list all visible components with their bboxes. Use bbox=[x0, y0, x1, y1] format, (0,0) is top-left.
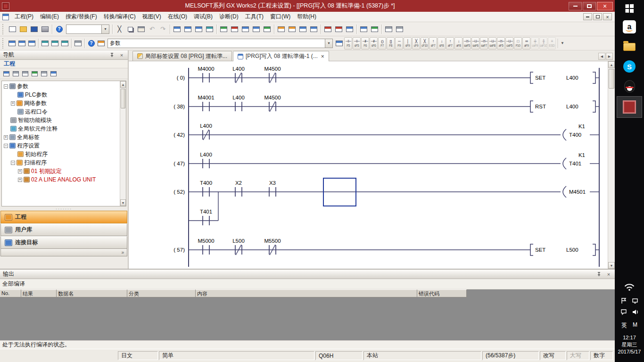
nav-overflow-bar[interactable]: » bbox=[0, 249, 127, 256]
menu-item-1[interactable]: 工程(P) bbox=[11, 11, 37, 22]
menu-item-10[interactable]: 窗口(W) bbox=[267, 11, 294, 22]
tree-item-2[interactable]: +网络参数 bbox=[2, 99, 120, 107]
tree-item-1[interactable]: PLC参数 bbox=[2, 90, 120, 99]
taskbar-skype[interactable]: S bbox=[617, 57, 642, 76]
project-data-list-button[interactable] bbox=[7, 38, 17, 49]
device-display-button[interactable] bbox=[334, 38, 344, 49]
tree-item-9[interactable]: −扫描程序 bbox=[2, 158, 120, 167]
ladder-rung-step-42[interactable]: ( 42)L400T400K1 bbox=[173, 123, 599, 140]
taskbar-clock[interactable]: 12:17 星期三 2017/5/17 bbox=[618, 334, 641, 355]
wifi-icon[interactable] bbox=[624, 284, 635, 292]
note-button[interactable] bbox=[333, 24, 344, 35]
start-button[interactable] bbox=[617, 0, 642, 17]
ladder-tool-F5[interactable]: ⊣ ⊢F5 bbox=[344, 37, 352, 49]
close-panel-icon[interactable]: × bbox=[118, 52, 125, 58]
scroll-up-icon[interactable]: ▲ bbox=[120, 81, 126, 88]
build-button[interactable] bbox=[369, 24, 380, 35]
network-icon[interactable] bbox=[632, 297, 638, 305]
print-button[interactable] bbox=[40, 24, 50, 35]
tab-prg-write[interactable]: [PRG]写入 08 運転準備-1 (... × bbox=[233, 51, 329, 61]
toolbar-overflow-icon[interactable]: ▼ bbox=[561, 41, 564, 45]
minimize-button[interactable] bbox=[569, 2, 582, 10]
find-2-button[interactable] bbox=[96, 38, 106, 49]
ladder-rung-step-38[interactable]: ( 38)M4001L400M4500RSTL400 bbox=[173, 95, 599, 112]
child-restore-button[interactable] bbox=[593, 13, 602, 20]
tab-scroll-left-icon[interactable]: ◀ bbox=[598, 53, 605, 60]
output-table-body[interactable] bbox=[0, 297, 615, 340]
write-to-plc-button[interactable] bbox=[172, 24, 182, 35]
nav-copy-item-button[interactable] bbox=[11, 69, 20, 78]
taskbar-amazon[interactable]: a bbox=[617, 17, 642, 37]
output-column-1[interactable]: 结果 bbox=[21, 289, 57, 297]
device-batch-monitor-button[interactable] bbox=[240, 24, 251, 35]
ladder-tool-saF8[interactable]: ⊣↓⊢saF8 bbox=[488, 37, 496, 49]
tree-item-3[interactable]: 远程口令 bbox=[2, 107, 120, 116]
scroll-down-icon[interactable]: ▼ bbox=[608, 262, 615, 269]
tree-expand-icon[interactable]: − bbox=[4, 84, 8, 89]
tree-item-5[interactable]: 全局软元件注释 bbox=[2, 124, 120, 133]
options-button[interactable] bbox=[73, 38, 83, 49]
pin-icon[interactable] bbox=[596, 271, 603, 278]
menu-item-7[interactable]: 调试(B) bbox=[190, 11, 216, 22]
ladder-tool-saF6[interactable]: ⊣↓⊢saF6 bbox=[471, 37, 479, 49]
toolbar-drag-handle[interactable] bbox=[2, 38, 5, 49]
save-project-button[interactable] bbox=[29, 24, 40, 35]
comment-display-button[interactable] bbox=[383, 24, 394, 35]
cross-reference-button[interactable] bbox=[297, 24, 308, 35]
scroll-track[interactable] bbox=[608, 68, 615, 262]
nav-sort-button[interactable] bbox=[40, 69, 49, 78]
ladder-rung-step-0[interactable]: ( 0)M4000L400M4500SETL400 bbox=[177, 66, 599, 83]
scroll-up-icon[interactable]: ▲ bbox=[608, 61, 615, 68]
ladder-tool-sF9[interactable]: │sF9 bbox=[404, 37, 412, 49]
output-column-3[interactable]: 分类 bbox=[127, 289, 196, 297]
statement-button[interactable] bbox=[322, 24, 333, 35]
ladder-tool-saF5[interactable]: ⊣↑⊢saF5 bbox=[463, 37, 471, 49]
nav-new-item-button[interactable] bbox=[2, 69, 11, 78]
output-column-0[interactable]: No. bbox=[0, 289, 21, 297]
ladder-tool-saF7[interactable]: ⊣↑⊢saF7 bbox=[480, 37, 488, 49]
ladder-rung-step-52[interactable]: ( 52)T400X2X3M4501T401 bbox=[173, 178, 599, 225]
menu-item-4[interactable]: 转换/编译(C) bbox=[100, 11, 139, 22]
ladder-rung-step-47[interactable]: ( 47)L400T401K1 bbox=[173, 152, 599, 169]
menu-item-11[interactable]: 帮助(H) bbox=[294, 11, 320, 22]
pin-icon[interactable] bbox=[109, 52, 116, 58]
combo-dropdown-icon[interactable]: ▾ bbox=[325, 39, 332, 48]
toolbar-combo[interactable]: ▾ bbox=[66, 25, 109, 34]
action-center-flag-icon[interactable] bbox=[620, 297, 627, 305]
tree-item-11[interactable]: +02 A LINE ANALOG UNIT bbox=[2, 175, 120, 184]
ladder-tool-F10[interactable]: □F10 bbox=[514, 37, 522, 49]
ladder-tool-sF7[interactable]: ↑sF7 bbox=[429, 37, 437, 49]
ladder-tool-F7[interactable]: ( )F7 bbox=[378, 37, 386, 49]
tree-item-6[interactable]: +全局标签 bbox=[2, 133, 120, 141]
tree-item-10[interactable]: +01 初期設定 bbox=[2, 167, 120, 175]
zoom-button[interactable] bbox=[394, 24, 405, 35]
find-button[interactable] bbox=[276, 24, 287, 35]
tree-expand-icon[interactable]: + bbox=[4, 135, 8, 140]
output-column-4[interactable]: 内容 bbox=[196, 289, 417, 297]
input-mode[interactable]: M bbox=[633, 321, 637, 329]
ladder-tool-aF7[interactable]: ↑aF7 bbox=[446, 37, 454, 49]
combo-dropdown-icon[interactable]: ▾ bbox=[101, 25, 109, 33]
menu-item-6[interactable]: 在线(O) bbox=[165, 11, 190, 22]
scrollbar-thumb[interactable] bbox=[609, 69, 614, 89]
ladder-tool-aF8[interactable]: ↓aF8 bbox=[454, 37, 462, 49]
output-column-2[interactable]: 数据名 bbox=[57, 289, 127, 297]
open-project-button[interactable] bbox=[18, 24, 29, 35]
paste-button[interactable] bbox=[136, 24, 147, 35]
tree-item-8[interactable]: 初始程序 bbox=[2, 150, 120, 158]
program-check-button[interactable] bbox=[358, 24, 369, 35]
message-icon[interactable] bbox=[620, 309, 627, 317]
ladder-tool-sF5[interactable]: ⊣ ⊢sF5 bbox=[353, 37, 361, 49]
read-from-plc-button[interactable] bbox=[182, 24, 193, 35]
tree-item-0[interactable]: −参数 bbox=[2, 82, 120, 90]
tab-local-label-setting[interactable]: 局部标签设置 08 [PRG] 運転準... bbox=[132, 51, 232, 61]
editor-vertical-scrollbar[interactable]: ▲ ▼ bbox=[608, 61, 615, 269]
ladder-logic-test-button[interactable] bbox=[262, 24, 272, 35]
menu-item-8[interactable]: 诊断(D) bbox=[216, 11, 242, 22]
ladder-canvas[interactable]: ( 0)M4000L400M4500SETL400( 38)M4001L400M… bbox=[129, 61, 607, 268]
child-minimize-button[interactable] bbox=[583, 13, 592, 20]
nav-view-user-library[interactable]: 用户库 bbox=[0, 223, 127, 236]
tree-expand-icon[interactable]: − bbox=[11, 161, 15, 165]
scrollbar-thumb[interactable] bbox=[121, 89, 125, 108]
docking-window-button[interactable] bbox=[17, 38, 27, 49]
